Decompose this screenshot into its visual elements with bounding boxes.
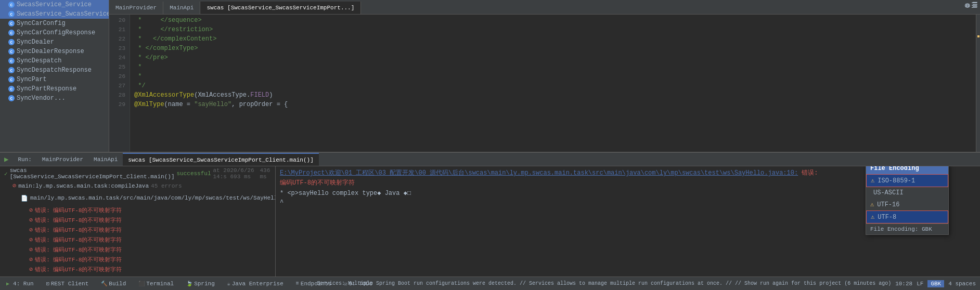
bottom-tab-mainapi[interactable]: MainApi xyxy=(88,153,123,166)
javaenterprise-icon: ☕ xyxy=(227,281,230,287)
run-error-label-6: 错误: 编码UTF-8的不可映射字符 xyxy=(35,266,122,273)
sidebar-label-9: SyncPartResponse xyxy=(17,85,76,93)
run-error-label-2: 错误: 编码UTF-8的不可映射字符 xyxy=(35,226,122,234)
run-tree-item-0[interactable]: ⊘ main:ly.mp.swcas.main.task:compileJava… xyxy=(0,181,275,191)
popup-title: File Encoding xyxy=(866,166,948,174)
sidebar-item-4[interactable]: C SyncDealer xyxy=(0,37,109,47)
toolbar-item-build[interactable]: 🔨 Build xyxy=(99,280,128,288)
status-message: Services: Multiple Spring Boot run confi… xyxy=(317,281,891,286)
run-toolbar-icon: ▶ xyxy=(6,281,9,287)
status-spaces[interactable]: 4 spaces xyxy=(948,281,976,287)
popup-label-utf8: UTF-8 xyxy=(878,214,896,221)
sidebar-label-8: SyncPart xyxy=(17,76,47,83)
tab-mainprovider[interactable]: MainProvider xyxy=(109,2,163,14)
sidebar-item-10[interactable]: C SyncVendor... xyxy=(0,94,109,103)
build-icon: 🔨 xyxy=(101,281,107,287)
run-controls: ▶ xyxy=(0,155,12,164)
run-error-5[interactable]: ⊘ 错误: 编码UTF-8的不可映射字符 xyxy=(0,255,275,265)
ln-26: 26 xyxy=(109,72,125,81)
run-ms: 436 ms xyxy=(260,167,272,180)
line-numbers: 20 21 22 23 24 25 26 27 28 29 xyxy=(109,15,130,152)
sidebar-label-4: SyncDealer xyxy=(17,38,54,46)
top-area: C SwcasService_Service C SwcasService_Sw… xyxy=(0,0,980,152)
code-content[interactable]: * </sequence> * </restriction> * </compl… xyxy=(130,15,976,152)
status-lf[interactable]: LF xyxy=(917,281,923,287)
run-left: ✓ swcas [SwcasService_SwcasServiceImpPor… xyxy=(0,166,276,276)
class-icon-1: C xyxy=(8,11,15,17)
ln-21: 21 xyxy=(109,25,125,34)
ln-22: 22 xyxy=(109,34,125,44)
code-line-21: * </restriction> xyxy=(134,25,972,34)
popup-warning-icon-utf8: ⚠ xyxy=(871,213,874,221)
code-line-24: * </pre> xyxy=(134,53,972,62)
toolbar-item-terminal[interactable]: ⬛ Terminal xyxy=(136,280,176,288)
tab-mainapi[interactable]: MainApi xyxy=(163,2,200,14)
sidebar: C SwcasService_Service C SwcasService_Sw… xyxy=(0,0,109,152)
run-error-icon-4: ⊘ xyxy=(29,246,33,254)
popup-item-utf8[interactable]: ⚠ UTF-8 xyxy=(866,210,948,223)
sidebar-item-2[interactable]: C SyncCarConfig xyxy=(0,19,109,28)
sidebar-item-7[interactable]: C SyncDespatchResponse xyxy=(0,65,109,75)
run-tree-item-1[interactable]: 📄 main/ly.mp.swcas.main.task/src/main/ja… xyxy=(0,191,275,205)
run-error-3[interactable]: ⊘ 错误: 编码UTF-8的不可映射字符 xyxy=(0,235,275,245)
terminal-icon: ⬛ xyxy=(138,281,145,287)
sidebar-item-0[interactable]: C SwcasService_Service xyxy=(0,0,109,9)
file-encoding-popup: File Encoding ⚠ ISO-8859-1 US-ASCII ⚠ UT… xyxy=(866,166,949,235)
popup-item-iso[interactable]: ⚠ ISO-8859-1 xyxy=(866,174,948,187)
bottom-tab-run[interactable]: Run: xyxy=(12,153,36,166)
sidebar-label-3: SyncCarConfigResponse xyxy=(17,29,95,36)
tab-swcas[interactable]: swcas [SwcasService_SwcasServiceImpPort.… xyxy=(200,2,361,14)
run-tree-ms-0: 45 errors xyxy=(151,183,182,189)
code-line-26: * xyxy=(134,72,972,81)
popup-label-utf16: UTF-16 xyxy=(877,201,899,208)
bottom-tab-run-label: Run: xyxy=(18,156,31,163)
code-line-27: */ xyxy=(134,81,972,90)
toolbar-item-spring[interactable]: 🍃 Spring xyxy=(184,280,217,288)
sidebar-item-8[interactable]: C SyncPart xyxy=(0,75,109,84)
sidebar-label-6: SyncDespatch xyxy=(17,57,61,64)
ln-27: 27 xyxy=(109,81,125,90)
popup-item-utf16[interactable]: ⚠ UTF-16 xyxy=(866,199,948,210)
run-success-icon: ✓ xyxy=(4,170,8,177)
bottom-layout-icon[interactable]: ☰ xyxy=(972,1,978,10)
endpoints-icon: ≡ xyxy=(296,281,299,286)
ln-25: 25 xyxy=(109,62,125,72)
sidebar-item-1[interactable]: C SwcasService_SwcasServiceImpPort_Clien… xyxy=(0,9,109,19)
toolbar-item-restclient[interactable]: ⊡ REST Client xyxy=(44,280,91,288)
bottom-tab-mainprovider[interactable]: MainProvider xyxy=(37,153,88,166)
sidebar-label-2: SyncCarConfig xyxy=(17,20,66,27)
class-icon-10: C xyxy=(8,95,15,101)
toolbar-spring-label: Spring xyxy=(194,281,215,287)
run-error-6[interactable]: ⊘ 错误: 编码UTF-8的不可映射字符 xyxy=(0,265,275,274)
run-error-0[interactable]: ⊘ 错误: 编码UTF-8的不可映射字符 xyxy=(0,205,275,215)
sidebar-label-1: SwcasService_SwcasServiceImpPort_Client xyxy=(17,10,109,18)
editor-tabs: MainProvider MainApi swcas [SwcasService… xyxy=(109,0,980,15)
sidebar-item-3[interactable]: C SyncCarConfigResponse xyxy=(0,28,109,37)
run-error-icon-3: ⊘ xyxy=(29,236,33,244)
run-error-1[interactable]: ⊘ 错误: 编码UTF-8的不可映射字符 xyxy=(0,215,275,225)
sidebar-item-5[interactable]: C SyncDealerResponse xyxy=(0,47,109,56)
run-tree-label-0: main:ly.mp.swcas.main.task:compileJava xyxy=(18,183,149,189)
toolbar-build-label: Build xyxy=(109,281,126,287)
popup-item-usascii[interactable]: US-ASCII xyxy=(866,187,948,199)
status-right-area: Services: Multiple Spring Boot run confi… xyxy=(317,277,980,290)
run-title: swcas [SwcasService_SwcasServiceImpPort_… xyxy=(10,167,175,180)
code-line-29: @XmlType(name = "sayHello", propOrder = … xyxy=(134,100,972,109)
bottom-tab-swcas[interactable]: swcas [SwcasService_SwcasServiceImpPort_… xyxy=(123,153,318,166)
sidebar-item-6[interactable]: C SyncDespatch xyxy=(0,56,109,65)
run-error-4[interactable]: ⊘ 错误: 编码UTF-8的不可映射字符 xyxy=(0,245,275,255)
run-error-label-5: 错误: 编码UTF-8的不可映射字符 xyxy=(35,256,122,263)
bottom-settings-icon[interactable]: ⚙ xyxy=(966,1,970,10)
sidebar-item-9[interactable]: C SyncPartResponse xyxy=(0,84,109,94)
error-path[interactable]: E:\MyProject\欢迎\01_工程区\03_配置开发\00_源代码\后台… xyxy=(280,169,798,177)
ln-24: 24 xyxy=(109,53,125,62)
run-status: successful xyxy=(176,170,211,177)
popup-label-usascii: US-ASCII xyxy=(873,189,904,196)
toolbar-item-run[interactable]: ▶ 4: Run xyxy=(4,280,36,288)
play-button[interactable]: ▶ xyxy=(4,155,8,164)
toolbar-item-javaenterprise[interactable]: ☕ Java Enterprise xyxy=(225,280,286,288)
sidebar-label-10: SyncVendor... xyxy=(17,95,66,102)
status-encoding[interactable]: GBK xyxy=(927,280,944,287)
ln-20: 20 xyxy=(109,16,125,25)
run-error-2[interactable]: ⊘ 错误: 编码UTF-8的不可映射字符 xyxy=(0,225,275,235)
